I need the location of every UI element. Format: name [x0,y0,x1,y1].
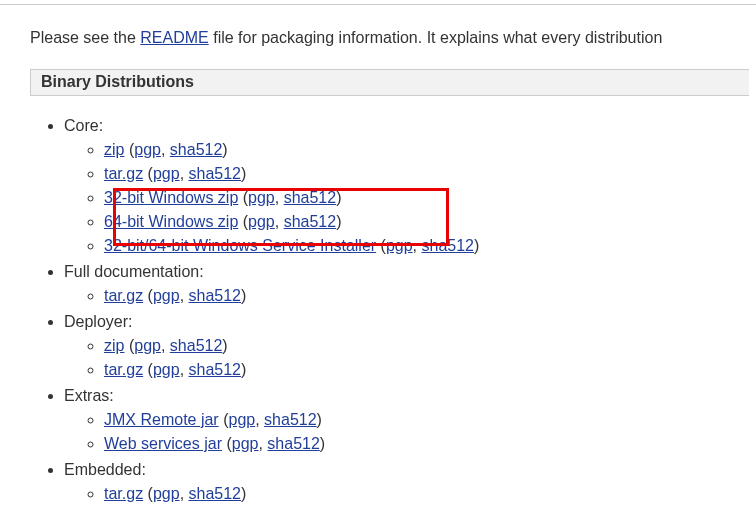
download-link[interactable]: 64-bit Windows zip [104,213,238,230]
paren-close: ) [241,287,246,304]
paren-open: ( [143,485,153,502]
paren-close: ) [241,485,246,502]
group-embedded: Embedded: tar.gz (pgp, sha512) [64,458,756,505]
group-full-documentation: Full documentation: tar.gz (pgp, sha512) [64,260,756,308]
sha-link[interactable]: sha512 [189,485,242,502]
download-link[interactable]: Web services jar [104,435,222,452]
list-item: 32-bit Windows zip (pgp, sha512) [104,186,756,210]
intro-prefix: Please see the [30,29,140,46]
group-core: Core: zip (pgp, sha512) tar.gz (pgp, sha… [64,114,756,258]
sha-link[interactable]: sha512 [421,237,474,254]
pgp-link[interactable]: pgp [228,411,255,428]
distribution-list: Core: zip (pgp, sha512) tar.gz (pgp, sha… [64,114,756,505]
download-link[interactable]: tar.gz [104,165,143,182]
list-item: tar.gz (pgp, sha512) [104,284,756,308]
comma: , [180,485,189,502]
intro-paragraph: Please see the README file for packaging… [0,5,756,47]
pgp-link[interactable]: pgp [134,337,161,354]
comma: , [258,435,267,452]
paren-close: ) [222,337,227,354]
group-label: Full documentation: [64,263,204,280]
paren-open: ( [124,141,134,158]
group-deployer-items: zip (pgp, sha512) tar.gz (pgp, sha512) [104,334,756,382]
paren-close: ) [317,411,322,428]
paren-open: ( [124,337,134,354]
comma: , [161,141,170,158]
group-label: Extras: [64,387,114,404]
group-full-documentation-items: tar.gz (pgp, sha512) [104,284,756,308]
list-item: Web services jar (pgp, sha512) [104,432,756,456]
section-title: Binary Distributions [31,70,749,96]
group-extras-items: JMX Remote jar (pgp, sha512) Web service… [104,408,756,456]
paren-close: ) [474,237,479,254]
sha-link[interactable]: sha512 [170,337,223,354]
group-label: Deployer: [64,313,132,330]
sha-link[interactable]: sha512 [267,435,320,452]
pgp-link[interactable]: pgp [153,361,180,378]
comma: , [255,411,264,428]
sha-link[interactable]: sha512 [189,361,242,378]
download-link[interactable]: zip [104,337,124,354]
group-embedded-items: tar.gz (pgp, sha512) [104,482,756,505]
sha-link[interactable]: sha512 [264,411,317,428]
paren-open: ( [222,435,232,452]
sha-link[interactable]: sha512 [284,189,337,206]
download-link[interactable]: tar.gz [104,485,143,502]
sha-link[interactable]: sha512 [284,213,337,230]
sha-link[interactable]: sha512 [189,165,242,182]
comma: , [275,189,284,206]
list-item: zip (pgp, sha512) [104,334,756,358]
pgp-link[interactable]: pgp [248,213,275,230]
intro-suffix: file for packaging information. It expla… [209,29,663,46]
download-link[interactable]: tar.gz [104,361,143,378]
download-link[interactable]: 32-bit Windows zip [104,189,238,206]
paren-close: ) [336,189,341,206]
pgp-link[interactable]: pgp [248,189,275,206]
list-item: JMX Remote jar (pgp, sha512) [104,408,756,432]
pgp-link[interactable]: pgp [134,141,161,158]
readme-link[interactable]: README [140,29,208,46]
pgp-link[interactable]: pgp [386,237,413,254]
group-core-items: zip (pgp, sha512) tar.gz (pgp, sha512) 3… [104,138,756,258]
download-link[interactable]: 32-bit/64-bit Windows Service Installer [104,237,376,254]
paren-open: ( [143,165,153,182]
pgp-link[interactable]: pgp [153,165,180,182]
sha-link[interactable]: sha512 [170,141,223,158]
group-label: Core: [64,117,103,134]
list-item: 32-bit/64-bit Windows Service Installer … [104,234,756,258]
group-deployer: Deployer: zip (pgp, sha512) tar.gz (pgp,… [64,310,756,382]
sha-link[interactable]: sha512 [189,287,242,304]
list-item: tar.gz (pgp, sha512) [104,482,756,505]
paren-close: ) [320,435,325,452]
download-link[interactable]: zip [104,141,124,158]
pgp-link[interactable]: pgp [153,485,180,502]
list-item: zip (pgp, sha512) [104,138,756,162]
paren-open: ( [238,189,248,206]
comma: , [180,287,189,304]
group-label: Embedded: [64,461,146,478]
list-item: tar.gz (pgp, sha512) [104,358,756,382]
pgp-link[interactable]: pgp [232,435,259,452]
binary-distributions-section: Binary Distributions [30,69,749,96]
pgp-link[interactable]: pgp [153,287,180,304]
comma: , [161,337,170,354]
paren-open: ( [143,361,153,378]
download-link[interactable]: JMX Remote jar [104,411,219,428]
paren-close: ) [222,141,227,158]
comma: , [180,361,189,378]
paren-open: ( [376,237,386,254]
list-item: tar.gz (pgp, sha512) [104,162,756,186]
comma: , [275,213,284,230]
group-extras: Extras: JMX Remote jar (pgp, sha512) Web… [64,384,756,456]
paren-close: ) [241,361,246,378]
paren-close: ) [336,213,341,230]
list-item: 64-bit Windows zip (pgp, sha512) [104,210,756,234]
paren-close: ) [241,165,246,182]
paren-open: ( [143,287,153,304]
paren-open: ( [238,213,248,230]
comma: , [180,165,189,182]
download-link[interactable]: tar.gz [104,287,143,304]
